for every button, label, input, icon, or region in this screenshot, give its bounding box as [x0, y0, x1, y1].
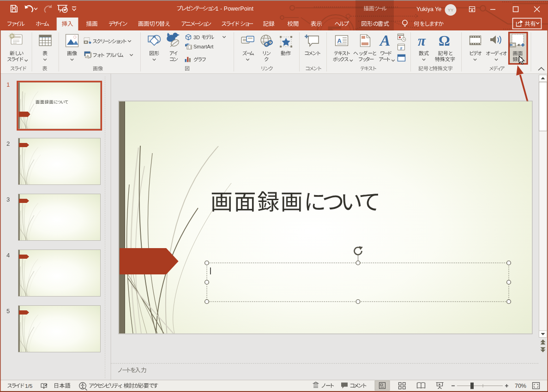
- svg-text:3D: 3D: [193, 35, 200, 40]
- svg-text:1 - PowerPoint: 1 - PowerPoint: [215, 6, 253, 12]
- svg-text:A: A: [337, 37, 342, 44]
- svg-text:4: 4: [6, 252, 10, 259]
- svg-text::: :: [120, 383, 122, 389]
- svg-text:1/5: 1/5: [25, 383, 33, 389]
- svg-text:5: 5: [6, 308, 10, 315]
- svg-text:#: #: [400, 46, 403, 51]
- svg-text:1: 1: [6, 81, 10, 88]
- svg-text:A: A: [379, 32, 391, 49]
- svg-text:Ω: Ω: [439, 33, 450, 49]
- svg-text:2: 2: [6, 140, 10, 147]
- svg-text:SmartArt: SmartArt: [193, 44, 213, 49]
- svg-text:70%: 70%: [515, 383, 526, 389]
- svg-text:π: π: [418, 33, 426, 49]
- svg-text:Yukiya Ye: Yukiya Ye: [416, 6, 441, 12]
- svg-text:YY: YY: [448, 7, 454, 12]
- svg-text:3: 3: [6, 196, 10, 203]
